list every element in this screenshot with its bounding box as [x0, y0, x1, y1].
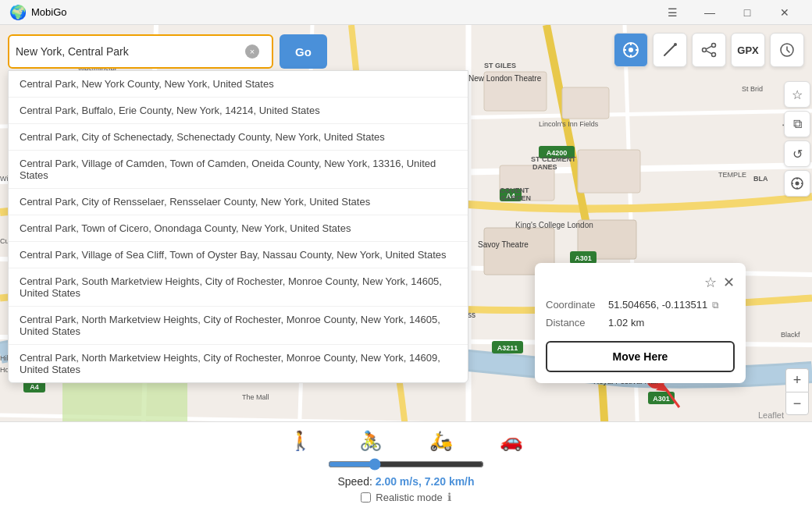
clear-search-button[interactable]: ×	[245, 44, 259, 59]
main-area: A4200 A4 A301 A3211 A3212 A3211 A301 A32…	[0, 25, 812, 515]
autocomplete-item-3[interactable]: Central Park, Village of Camden, Town of…	[9, 151, 468, 189]
distance-value: 1.02 km	[608, 317, 644, 329]
sidebar-undo-button[interactable]: ↺	[784, 140, 810, 167]
moped-icon: 🛵	[429, 430, 453, 452]
distance-row: Distance 1.02 km	[546, 317, 735, 329]
svg-point-106	[796, 182, 800, 186]
svg-line-103	[707, 46, 712, 49]
svg-text:Lincoln's Inn Fields: Lincoln's Inn Fields	[539, 120, 599, 128]
svg-text:COVENT: COVENT	[500, 186, 529, 194]
coordinate-row: Coordinate 51.504656, -0.113511 ⧉	[546, 299, 735, 311]
go-button[interactable]: Go	[280, 34, 327, 69]
svg-text:The Mall: The Mall	[242, 393, 269, 401]
speed-info: Speed: 2.00 m/s, 7.20 km/h	[337, 475, 474, 488]
transport-car[interactable]: 🚗	[500, 430, 523, 452]
svg-text:TEMPLE: TEMPLE	[718, 171, 746, 179]
svg-line-102	[707, 51, 712, 54]
realistic-mode-row: Realistic mode ℹ	[361, 491, 451, 503]
app-icon: 🌍	[9, 4, 27, 21]
leaflet-label: Leaflet	[758, 410, 784, 420]
right-sidebar: ☆ ⧉ ↺	[782, 78, 812, 200]
coordinate-popup: ☆ ✕ Coordinate 51.504656, -0.113511 ⧉ Di…	[535, 263, 746, 383]
autocomplete-item-2[interactable]: Central Park, City of Schenectady, Schen…	[9, 124, 468, 151]
history-button[interactable]	[770, 33, 804, 67]
svg-text:Savoy Theatre: Savoy Theatre	[478, 240, 529, 249]
realistic-mode-label: Realistic mode	[376, 492, 442, 503]
realistic-mode-checkbox[interactable]	[361, 492, 371, 503]
zoom-out-button[interactable]: −	[785, 392, 809, 415]
autocomplete-item-0[interactable]: Central Park, New York County, New York,…	[9, 71, 468, 98]
svg-point-99	[712, 44, 716, 48]
autocomplete-item-1[interactable]: Central Park, Buffalo, Erie County, New …	[9, 98, 468, 124]
svg-text:King's College London: King's College London	[515, 221, 593, 229]
maximize-button[interactable]: □	[729, 0, 765, 25]
zoom-controls: + −	[785, 368, 809, 415]
popup-star-button[interactable]: ☆	[704, 274, 717, 291]
gpx-button[interactable]: GPX	[731, 33, 765, 67]
sidebar-copy-button[interactable]: ⧉	[784, 111, 810, 137]
svg-rect-15	[578, 150, 640, 193]
autocomplete-item-7[interactable]: Central Park, South Marketview Heights, …	[9, 268, 468, 307]
move-here-button[interactable]: Move Here	[546, 341, 735, 372]
speed-slider[interactable]	[328, 458, 484, 471]
titlebar: 🌍 MobiGo ☰ — □ ✕	[0, 0, 812, 25]
autocomplete-item-4[interactable]: Central Park, City of Rensselaer, Rensse…	[9, 189, 468, 215]
speed-value: 2.00 m/s, 7.20 km/h	[376, 475, 475, 488]
autocomplete-dropdown: Central Park, New York County, New York,…	[8, 70, 468, 383]
ruler-button[interactable]	[653, 33, 687, 67]
transport-modes: 🚶 🚴 🛵 🚗	[289, 430, 523, 452]
svg-text:BLA: BLA	[753, 175, 768, 183]
target-button[interactable]	[614, 33, 648, 67]
walk-icon: 🚶	[289, 430, 312, 452]
coordinate-value: 51.504656, -0.113511 ⧉	[608, 299, 719, 311]
app-title: MobiGo	[31, 6, 654, 18]
svg-text:St Brid: St Brid	[742, 85, 763, 93]
popup-header: ☆ ✕	[546, 274, 735, 291]
copy-icon[interactable]: ⧉	[712, 300, 719, 311]
transport-bicycle[interactable]: 🚴	[359, 430, 383, 452]
svg-text:ST CLEMENT: ST CLEMENT	[531, 155, 576, 163]
transport-moped[interactable]: 🛵	[429, 430, 453, 452]
sidebar-locate-button[interactable]	[784, 170, 810, 197]
autocomplete-item-6[interactable]: Central Park, Village of Sea Cliff, Town…	[9, 242, 468, 268]
svg-point-98	[674, 43, 677, 46]
svg-text:DANES: DANES	[532, 163, 557, 171]
svg-point-100	[712, 53, 716, 57]
car-icon: 🚗	[500, 430, 523, 452]
svg-text:A4: A4	[30, 383, 39, 391]
svg-rect-13	[562, 87, 609, 119]
info-icon[interactable]: ℹ	[447, 491, 451, 503]
svg-point-97	[629, 48, 633, 52]
bicycle-icon: 🚴	[359, 430, 383, 452]
svg-text:A301: A301	[575, 254, 592, 262]
search-box: ×	[8, 34, 273, 69]
zoom-in-button[interactable]: +	[785, 368, 809, 392]
share-button[interactable]	[692, 33, 726, 67]
distance-label: Distance	[546, 317, 608, 329]
autocomplete-item-5[interactable]: Central Park, Town of Cicero, Onondaga C…	[9, 215, 468, 242]
autocomplete-item-9[interactable]: Central Park, North Marketview Heights, …	[9, 345, 468, 382]
sidebar-star-button[interactable]: ☆	[784, 81, 810, 108]
svg-text:A3211: A3211	[497, 344, 518, 352]
popup-close-button[interactable]: ✕	[723, 274, 735, 291]
transport-walk[interactable]: 🚶	[289, 430, 312, 452]
speed-label: Speed:	[337, 475, 372, 488]
svg-text:A301: A301	[653, 395, 670, 403]
svg-text:Blackf: Blackf	[781, 331, 800, 339]
bottom-bar: 🚶 🚴 🛵 🚗 Speed: 2.00 m/s, 7.20 km/h Reali…	[0, 421, 812, 515]
coordinate-label: Coordinate	[546, 299, 608, 311]
svg-text:GARDEN: GARDEN	[500, 194, 531, 202]
autocomplete-item-8[interactable]: Central Park, North Marketview Heights, …	[9, 307, 468, 345]
close-button[interactable]: ✕	[767, 0, 803, 25]
menu-button[interactable]: ☰	[654, 0, 690, 25]
search-input[interactable]	[16, 45, 245, 58]
window-controls: ☰ — □ ✕	[654, 0, 803, 25]
svg-text:New London Theatre: New London Theatre	[468, 74, 542, 83]
svg-point-101	[703, 48, 707, 52]
toolbar-right: GPX	[614, 33, 804, 67]
minimize-button[interactable]: —	[692, 0, 728, 25]
